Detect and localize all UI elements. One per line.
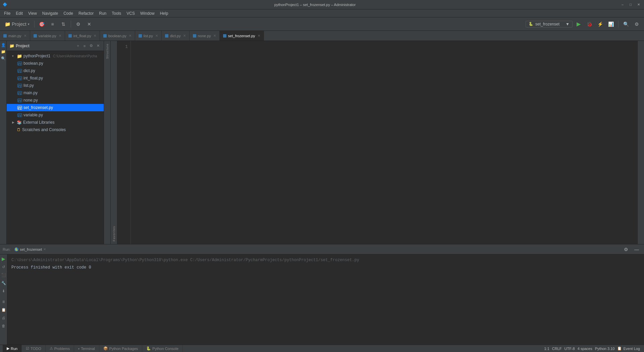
menu-run[interactable]: Run — [96, 9, 109, 17]
toolbar-separator-3 — [618, 21, 619, 27]
bottom-tab-python-packages[interactable]: 📦 Python Packages — [99, 345, 143, 352]
scope-button[interactable]: 🎯 — [37, 19, 47, 29]
todo-icon: ☑ — [26, 346, 29, 351]
activity-icon-2[interactable]: 📁 — [1, 49, 6, 54]
tree-item-external-libraries[interactable]: ▶ 📚 External Libraries — [7, 119, 104, 126]
tab-dict-py[interactable]: dict.py ✕ — [162, 31, 190, 41]
run-scroll-down-button[interactable]: ⬇ — [1, 288, 7, 294]
tab-close-none-py[interactable]: ✕ — [213, 34, 216, 38]
settings-button[interactable]: ⚙ — [74, 19, 83, 29]
project-header-actions: ＋ ≡ ⚙ ✕ — [75, 43, 101, 49]
run-clear-button[interactable]: 🗑 — [1, 323, 7, 329]
bottom-tab-terminal[interactable]: ▪ Terminal — [74, 345, 99, 352]
profile-button[interactable]: 📊 — [606, 19, 615, 29]
bottom-tab-problems[interactable]: ⚠ Problems — [46, 345, 74, 352]
tree-item-dict[interactable]: py dict.py — [7, 67, 104, 74]
debug-button[interactable]: 🐞 — [585, 19, 594, 29]
tab-int-float-py[interactable]: int_float.py ✕ — [65, 31, 100, 41]
favorites-label[interactable]: Favorites — [112, 226, 116, 241]
run-wrench-button[interactable]: 🔧 — [1, 280, 7, 286]
menu-tools[interactable]: Tools — [109, 9, 124, 17]
run-pause-output-button[interactable]: ⏸ — [1, 299, 7, 305]
menu-navigate[interactable]: Navigate — [40, 9, 61, 17]
run-stop-button[interactable]: ⬛ — [1, 272, 7, 278]
run-tab-set-frozenset[interactable]: 🐍 set_frozenset ✕ — [12, 247, 48, 251]
close-button[interactable]: ✕ — [636, 2, 641, 7]
project-close-button[interactable]: ✕ — [95, 43, 101, 49]
status-encoding[interactable]: UTF-8 — [563, 346, 576, 351]
settings-main-button[interactable]: ⚙ — [632, 19, 641, 29]
code-editor[interactable] — [131, 41, 637, 244]
tab-set-frozenset-py[interactable]: set_frozenset.py ✕ — [220, 31, 264, 41]
menu-code[interactable]: Code — [61, 9, 76, 17]
status-python-version[interactable]: Python 3.10 — [594, 346, 616, 351]
tab-boolean-py[interactable]: boolean.py ✕ — [100, 31, 135, 41]
menu-refactor[interactable]: Refactor — [76, 9, 96, 17]
run-panel-hide-button[interactable]: — — [632, 245, 641, 254]
menu-window[interactable]: Window — [138, 9, 157, 17]
run-button[interactable]: ▶ — [574, 19, 583, 29]
status-position[interactable]: 1:1 — [543, 346, 551, 351]
coverage-button[interactable]: ⚡ — [595, 19, 605, 29]
tab-close-boolean-py[interactable]: ✕ — [129, 34, 131, 38]
run-config-selector[interactable]: 🐍 set_frozenset ▼ — [526, 21, 573, 27]
close-panel-button[interactable]: ✕ — [85, 19, 94, 29]
activity-icon-1[interactable]: 👤 — [1, 42, 6, 48]
project-add-button[interactable]: ＋ — [75, 43, 81, 49]
project-options-button[interactable]: ⚙ — [88, 43, 94, 49]
run-print-button[interactable]: 🖨 — [1, 315, 7, 321]
tree-item-int-float[interactable]: py int_float.py — [7, 74, 104, 82]
tab-close-main-py[interactable]: ✕ — [24, 34, 26, 38]
tree-item-set-frozenset[interactable]: py set_frozenset.py — [7, 104, 104, 111]
tab-close-list-py[interactable]: ✕ — [155, 34, 158, 38]
tree-item-project-root[interactable]: ▾ 📁 pythonProject1 C:\Users\Administrato… — [7, 52, 104, 60]
tree-item-boolean[interactable]: py boolean.py — [7, 60, 104, 67]
collapse-all-button[interactable]: ≡ — [48, 19, 57, 29]
tree-item-list[interactable]: py list.py — [7, 82, 104, 89]
menu-edit[interactable]: Edit — [13, 9, 25, 17]
run-play-button[interactable]: ▶ — [1, 256, 7, 262]
tab-close-variable-py[interactable]: ✕ — [59, 34, 61, 38]
project-root-icon: 📁 — [17, 54, 22, 59]
structure-label[interactable]: Structure — [106, 44, 109, 59]
tree-item-none[interactable]: py none.py — [7, 97, 104, 104]
run-rerun-button[interactable]: ↺ — [1, 264, 7, 270]
minimize-button[interactable]: – — [620, 2, 625, 7]
tree-item-variable[interactable]: py variable.py — [7, 111, 104, 119]
activity-icon-3[interactable]: 🔍 — [1, 56, 6, 61]
file-name-int-float: int_float.py — [23, 76, 43, 80]
expand-button[interactable]: ⇅ — [59, 19, 68, 29]
tab-close-int-float-py[interactable]: ✕ — [94, 34, 96, 38]
tab-list-py[interactable]: list.py ✕ — [135, 31, 162, 41]
tab-icon-none-py — [193, 34, 196, 38]
menu-help[interactable]: Help — [157, 9, 171, 17]
window-controls: – □ ✕ — [620, 2, 641, 7]
status-line-ending[interactable]: CRLF — [551, 346, 563, 351]
run-tab-close[interactable]: ✕ — [43, 247, 46, 251]
search-button[interactable]: 🔍 — [621, 19, 631, 29]
tree-item-main[interactable]: py main.py — [7, 89, 104, 97]
tab-none-py[interactable]: none.py ✕ — [190, 31, 220, 41]
project-view-button[interactable]: 📁 Project ▾ — [3, 19, 32, 29]
editor-section: Structure Favorites 1 — [104, 41, 644, 244]
tree-item-scratches[interactable]: ▶ 🗒 Scratches and Consoles — [7, 126, 104, 133]
status-indent[interactable]: 4 spaces — [576, 346, 594, 351]
tab-variable-py[interactable]: variable.py ✕ — [30, 31, 65, 41]
tab-main-py[interactable]: main.py ✕ — [0, 31, 30, 41]
menu-view[interactable]: View — [25, 9, 40, 17]
tab-close-set-frozenset-py[interactable]: ✕ — [258, 34, 260, 38]
project-collapse-button[interactable]: ≡ — [82, 43, 88, 49]
maximize-button[interactable]: □ — [628, 2, 633, 7]
run-panel-settings-button[interactable]: ⚙ — [621, 245, 631, 254]
bottom-tab-todo[interactable]: ☑ TODO — [22, 345, 46, 352]
status-event-log[interactable]: 📋 Event Log — [616, 346, 641, 351]
file-icon-list: py — [17, 83, 22, 88]
bottom-tab-python-console[interactable]: 🐍 Python Console — [142, 345, 183, 352]
run-dump-button[interactable]: 📋 — [1, 307, 7, 313]
bottom-tab-run[interactable]: ▶ Run — [3, 345, 22, 352]
tab-close-dict-py[interactable]: ✕ — [183, 34, 186, 38]
editor-area: 1 — [117, 41, 637, 244]
project-root-path: C:\Users\Administrator\Pycha — [53, 54, 97, 58]
menu-file[interactable]: File — [1, 9, 13, 17]
menu-vcs[interactable]: VCS — [124, 9, 138, 17]
